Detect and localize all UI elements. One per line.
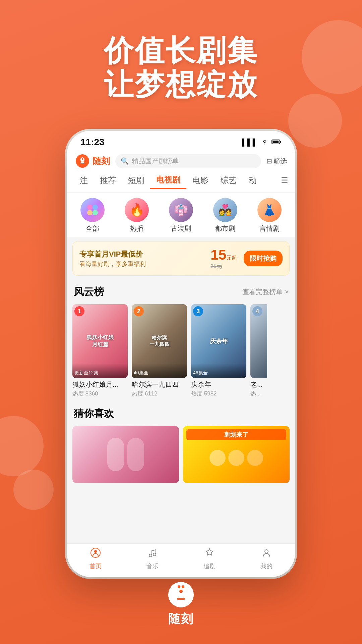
category-city[interactable]: 💑 都市剧 bbox=[208, 198, 242, 233]
search-icon: 🔍 bbox=[121, 157, 129, 165]
battery-icon bbox=[272, 139, 282, 146]
rank-item-3[interactable]: 3 46集全 庆余年 庆余年 热度 5982 bbox=[191, 304, 246, 397]
tab-movie[interactable]: 电影 bbox=[186, 172, 215, 189]
rank-number-2: 2 bbox=[134, 306, 144, 316]
guess-label-2: 刺划来了 bbox=[186, 429, 286, 440]
bg-decoration-3 bbox=[0, 416, 44, 476]
rank-heat-3: 热度 5982 bbox=[191, 390, 246, 397]
nav-home-label: 首页 bbox=[89, 562, 102, 570]
ranking-title: 风云榜 bbox=[74, 285, 104, 299]
rank-item-2[interactable]: 2 40集全 哈尔滨一九四四 哈尔滨一九四四 热度 6112 bbox=[132, 304, 187, 397]
vip-subtitle: 看海量好剧，享多重福利 bbox=[79, 260, 204, 268]
vip-price: 15 元起 25元 bbox=[210, 247, 237, 270]
svg-point-5 bbox=[82, 158, 83, 160]
svg-rect-6 bbox=[80, 162, 84, 163]
svg-point-7 bbox=[81, 156, 82, 157]
svg-point-15 bbox=[149, 554, 152, 557]
tab-animation[interactable]: 动 bbox=[243, 172, 263, 189]
rank-badge-2: 40集全 bbox=[134, 370, 185, 376]
svg-point-22 bbox=[178, 585, 180, 588]
phone-inner: 11:23 ▌▌▌ bbox=[67, 131, 295, 577]
rank-cover-4: 4 bbox=[250, 304, 267, 378]
tab-more-icon[interactable]: ☰ bbox=[281, 176, 288, 185]
ranking-more[interactable]: 查看完整榜单 > bbox=[242, 287, 288, 297]
rank-cover-3: 3 46集全 庆余年 bbox=[191, 304, 246, 378]
top-nav: 随刻 🔍 精品国产剧榜单 ⊟ 筛选 bbox=[67, 150, 295, 168]
tab-recommend[interactable]: 推荐 bbox=[94, 172, 122, 189]
rank-badge-1: 更新至12集 bbox=[74, 370, 126, 376]
category-all-icon bbox=[80, 198, 105, 222]
nav-follow-label: 追剧 bbox=[203, 562, 216, 570]
category-ancient-icon: 👘 bbox=[169, 198, 193, 222]
price-original: 25元 bbox=[210, 263, 222, 270]
category-tabs: 注 推荐 短剧 电视剧 电影 综艺 动 ☰ bbox=[67, 168, 295, 193]
bottom-brand: 随刻 bbox=[0, 581, 362, 627]
status-icons: ▌▌▌ bbox=[242, 138, 282, 147]
filter-button[interactable]: ⊟ 筛选 bbox=[266, 157, 287, 166]
category-romance-label: 言情剧 bbox=[259, 224, 280, 233]
guess-title: 猜你喜欢 bbox=[74, 407, 114, 421]
search-bar[interactable]: 🔍 精品国产剧榜单 bbox=[115, 154, 261, 168]
category-ancient[interactable]: 👘 古装剧 bbox=[164, 198, 198, 233]
svg-point-20 bbox=[179, 590, 183, 593]
svg-point-8 bbox=[83, 156, 84, 157]
nav-home[interactable]: 首页 bbox=[89, 547, 102, 570]
rank-item-4[interactable]: 4 老... 热... bbox=[250, 304, 267, 397]
nav-profile[interactable]: 我的 bbox=[260, 547, 273, 570]
rank-number-1: 1 bbox=[74, 306, 84, 316]
rank-title-3: 庆余年 bbox=[191, 380, 246, 389]
nav-music[interactable]: 音乐 bbox=[146, 547, 159, 570]
category-all[interactable]: 全部 bbox=[76, 198, 109, 233]
svg-point-17 bbox=[265, 550, 268, 553]
category-hot-label: 热播 bbox=[130, 224, 143, 233]
rank-heat-4: 热... bbox=[250, 390, 267, 397]
app-logo: 随刻 bbox=[75, 154, 110, 168]
brand-name: 随刻 bbox=[168, 611, 194, 627]
rank-heat-1: 热度 8360 bbox=[72, 390, 128, 397]
category-all-label: 全部 bbox=[86, 224, 99, 233]
rank-item-1[interactable]: 1 更新至12集 狐妖小红娘月红篇 狐妖小红娘月... 热度 8360 bbox=[72, 304, 128, 397]
category-city-icon: 💑 bbox=[213, 198, 237, 222]
rank-number-3: 3 bbox=[193, 306, 203, 316]
nav-home-icon bbox=[90, 547, 101, 561]
status-time: 11:23 bbox=[80, 137, 105, 148]
nav-profile-icon bbox=[261, 547, 272, 561]
svg-point-11 bbox=[87, 210, 93, 215]
svg-rect-1 bbox=[273, 141, 279, 143]
category-hot-icon: 🔥 bbox=[125, 198, 149, 222]
rank-number-4: 4 bbox=[252, 306, 262, 316]
search-placeholder: 精品国产剧榜单 bbox=[132, 157, 179, 166]
phone-mockup: 11:23 ▌▌▌ bbox=[67, 131, 295, 577]
hero-line1: 价值长剧集 bbox=[0, 34, 362, 67]
category-romance[interactable]: 👗 言情剧 bbox=[253, 198, 286, 233]
category-ancient-label: 古装剧 bbox=[171, 224, 191, 233]
vip-banner[interactable]: 专享首月VIP最低价 看海量好剧，享多重福利 15 元起 25元 限时抢购 bbox=[72, 241, 290, 276]
guess-item-2[interactable]: 刺划来了 bbox=[183, 426, 290, 483]
guess-section: 猜你喜欢 刺划来了 bbox=[67, 401, 295, 487]
filter-label: 筛选 bbox=[274, 157, 287, 166]
svg-point-10 bbox=[93, 205, 98, 210]
category-icons: 全部 🔥 热播 👘 古装剧 💑 bbox=[67, 193, 295, 237]
vip-buy-button[interactable]: 限时抢购 bbox=[244, 251, 283, 266]
nav-follow[interactable]: 追剧 bbox=[203, 547, 216, 570]
category-city-label: 都市剧 bbox=[215, 224, 235, 233]
svg-point-12 bbox=[93, 210, 98, 215]
svg-rect-21 bbox=[177, 598, 185, 600]
tab-zhu[interactable]: 注 bbox=[74, 172, 94, 189]
rank-badge-3: 46集全 bbox=[193, 370, 244, 376]
vip-title: 专享首月VIP最低价 bbox=[79, 249, 204, 259]
app-name: 随刻 bbox=[93, 155, 110, 167]
tab-variety[interactable]: 综艺 bbox=[215, 172, 243, 189]
nav-music-label: 音乐 bbox=[146, 562, 159, 570]
rank-title-1: 狐妖小红娘月... bbox=[72, 380, 128, 389]
svg-rect-2 bbox=[280, 141, 281, 143]
category-hot[interactable]: 🔥 热播 bbox=[120, 198, 154, 233]
hero-text: 价值长剧集 让梦想绽放 bbox=[0, 34, 362, 101]
guess-item-1[interactable] bbox=[72, 426, 179, 483]
svg-point-23 bbox=[182, 585, 184, 588]
tab-tv-drama[interactable]: 电视剧 bbox=[150, 172, 186, 189]
svg-point-9 bbox=[87, 205, 93, 210]
bottom-nav: 首页 音乐 追剧 我的 bbox=[67, 543, 295, 577]
tab-short-drama[interactable]: 短剧 bbox=[122, 172, 150, 189]
nav-follow-icon bbox=[204, 547, 215, 561]
